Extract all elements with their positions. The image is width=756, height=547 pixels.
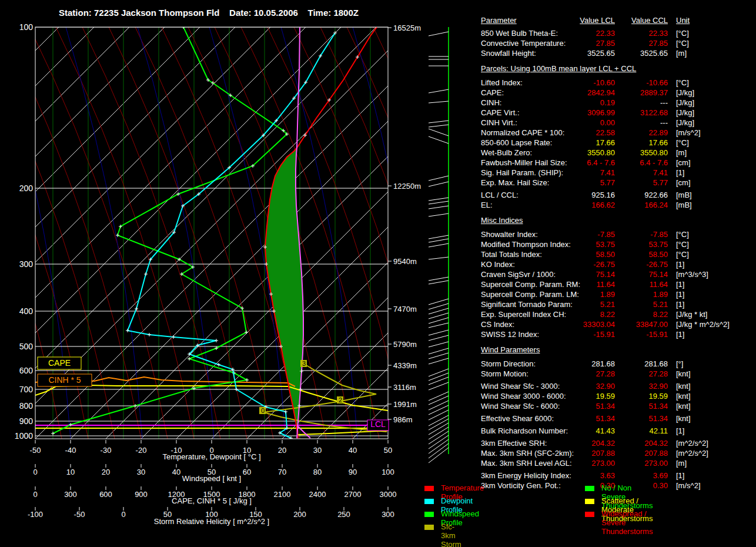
value-lcl: 17.66 (550, 138, 615, 148)
parameter-label: Wet-Bulb Zero: (481, 148, 532, 158)
dry-adiabat-line (109, 27, 247, 439)
parameter-row: CAPE Virt.:3096.993122.68[J/kg] (481, 108, 752, 118)
parameter-row: CS Index:33303.0433847.00[J/kg * m^2/s^2… (481, 319, 752, 329)
parameter-row: Wind Shear Sfc - 3000:32.9032.90[knt] (481, 381, 752, 391)
parameter-label: Exp. Max. Hail Size: (481, 178, 549, 188)
parcel_below_lcl-profile (297, 425, 310, 438)
value-ccl: 281.68 (621, 359, 668, 369)
x-axis-tick-label: 900 (135, 490, 148, 499)
parameter-label: Effective Shear 6000: (481, 413, 554, 423)
unit-label: [1] (676, 426, 684, 436)
pressure-tick-label: 400 (19, 306, 34, 316)
value-ccl: 3.69 (621, 471, 668, 481)
pressure-tick-label: 800 (19, 401, 34, 411)
value-ccl: 22.89 (621, 128, 668, 138)
x-axis-tick-label: 30 (137, 468, 145, 476)
x-axis-tick-label: 80 (313, 468, 322, 476)
value-lcl: 166.62 (550, 200, 615, 210)
srh-level-marker-label: 3 (302, 360, 306, 367)
x-axis-tick-label: 0 (33, 490, 37, 499)
pressure-tick-label: 500 (19, 342, 34, 351)
parameter-label: Showalter Index: (481, 229, 538, 239)
value-ccl: -7.85 (621, 229, 668, 239)
section-header: Misc Indices (481, 215, 752, 225)
value-lcl: -15.91 (550, 329, 615, 339)
value-lcl: 22.58 (550, 128, 615, 138)
wind-barb (429, 235, 449, 239)
value-lcl: -26.75 (550, 259, 615, 269)
height-tick-label: 4339m (393, 361, 417, 370)
legend-swatch (424, 499, 434, 504)
unit-label: [J/kg * m^2/s^2] (676, 319, 730, 329)
parameter-row: Wind Shear Sfc - 6000:51.3451.34[knt] (481, 401, 752, 411)
parameter-label: Storm Direction: (481, 359, 536, 369)
pressure-tick-label: 700 (19, 385, 34, 394)
x-axis-tick-label: 40 (172, 468, 180, 476)
x-axis-title: CAPE, CINH * 5 [ J/kg ] (172, 496, 252, 505)
value-ccl: 3122.68 (621, 108, 668, 118)
parameter-row: Storm Motion:27.2827.28[knt] (481, 369, 752, 379)
value-lcl: -7.85 (550, 229, 615, 239)
value-ccl: 5.21 (621, 299, 668, 309)
wind-barb (429, 448, 449, 463)
moist-adiabat-line (424, 27, 464, 439)
header-value-lcl: Value LCL (550, 15, 615, 25)
x-axis-tick-label: 70 (278, 468, 286, 476)
wind-barb (429, 32, 449, 36)
value-ccl: 42.11 (621, 426, 668, 436)
wind-barb (429, 176, 449, 181)
parameter-row: 3km Effective SRH:204.32204.32[m^2/s^2] (481, 438, 752, 448)
height-tick-label: 7470m (393, 305, 417, 313)
wind-barb (429, 369, 449, 376)
parameter-label: CS Index: (481, 319, 514, 329)
cape_profile_lower-profile (297, 431, 388, 435)
pressure-tick-label: 1000 (15, 431, 33, 441)
x-axis-tick-label: 2100 (274, 490, 291, 499)
value-ccl: 207.88 (621, 448, 668, 458)
dry-adiabat-line (373, 27, 464, 439)
unit-label: [1] (676, 299, 684, 309)
srh-level-marker-label: 0 (261, 407, 265, 414)
unit-label: [1] (676, 259, 684, 269)
unit-label: [mB] (676, 190, 692, 200)
parameter-row: Snowfall Height:3525.653525.65[m] (481, 48, 752, 58)
wind-barb (429, 358, 449, 364)
parameter-label: Craven SigSvr / 1000: (481, 269, 556, 279)
wind-barb (429, 318, 449, 323)
dry-adiabat-line (347, 27, 464, 439)
parameter-label: Total Totals Index: (481, 249, 542, 259)
value-lcl: 75.14 (550, 269, 615, 279)
value-lcl: 22.33 (550, 28, 615, 38)
parameter-row: Exp. Max. Hail Size:5.775.77[cm] (481, 178, 752, 188)
unit-label: [1] (676, 289, 684, 299)
x-axis-tick-label: -40 (65, 446, 76, 455)
wind-barb (429, 244, 449, 247)
parameter-row: Bulk Richardson Number:41.4342.11[1] (481, 426, 752, 436)
lcl-label: LCL (370, 419, 386, 429)
parameter-label: Wind Shear Sfc - 6000: (481, 401, 560, 411)
x-axis-tick-label: -20 (136, 446, 147, 455)
parameter-row: EL:166.62166.24[mB] (481, 200, 752, 210)
parameter-row: Exp. Supercell Index CH:8.228.22[J/kg * … (481, 309, 752, 319)
wind-barb (429, 303, 449, 309)
x-axis-tick-label: 300 (64, 490, 77, 499)
parameter-row: CINH:0.19---[J/kg] (481, 98, 752, 108)
value-ccl: 51.34 (621, 413, 668, 423)
parameter-row: 850-600 Lapse Rate:17.6617.66[°C] (481, 138, 752, 148)
x-axis-tick-label: 10 (66, 468, 75, 476)
legend-swatch (585, 499, 594, 504)
srh-level-marker-label: 2 (339, 396, 342, 403)
x-axis-tick-label: 250 (337, 510, 350, 519)
x-axis-tick-label: 50 (384, 446, 392, 455)
wind-barb (429, 353, 449, 359)
unit-label: [1] (676, 471, 684, 481)
wind-barb (429, 257, 449, 259)
height-tick-label: 9540m (393, 257, 417, 266)
wind-barb (429, 239, 449, 242)
parameter-row: LCL / CCL:925.16922.66[mB] (481, 190, 752, 200)
height-tick-label: 12250m (393, 182, 421, 191)
value-lcl: 58.50 (550, 249, 615, 259)
parameter-label: KO Index: (481, 259, 515, 269)
value-ccl: 22.33 (621, 28, 668, 38)
value-ccl: 33847.00 (621, 319, 668, 329)
